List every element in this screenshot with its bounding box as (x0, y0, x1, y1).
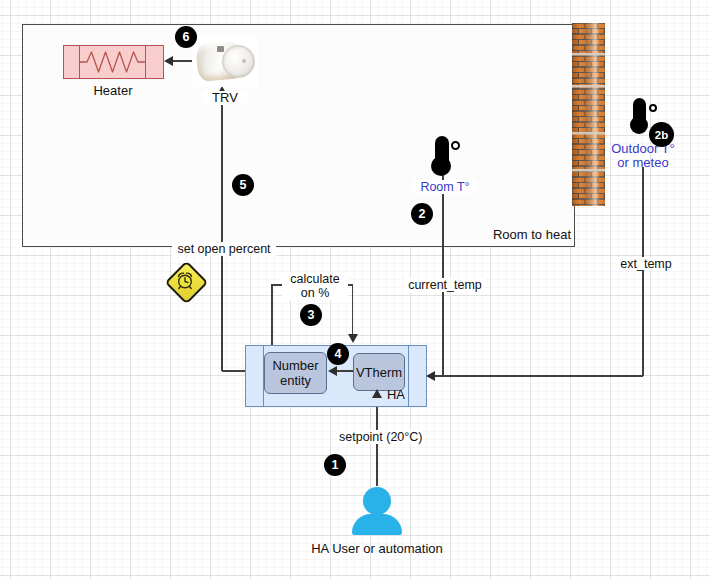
edge-set-open-percent-vertical (221, 95, 223, 371)
edge-calculate-right (352, 285, 354, 334)
edge-trv-to-heater (173, 60, 192, 62)
edge-label-current-temp: current_temp (405, 278, 485, 292)
edge-ext-temp-horizontal (435, 375, 643, 377)
room-temp-label: Room T° (413, 180, 477, 194)
ha-label: HA (380, 388, 405, 402)
outdoor-label-line2: or meteo (617, 155, 668, 170)
thermometer-degree-ring (451, 141, 460, 150)
badge-5[interactable]: 5 (232, 174, 254, 196)
edge-label-calculate: calculate on % (282, 272, 348, 300)
heater-label: Heater (83, 84, 143, 98)
edge-label-set-open-percent: set open percent (172, 242, 276, 256)
thermometer-degree-ring (649, 104, 657, 112)
badge-2[interactable]: 2 (411, 203, 433, 225)
trv-dial-dot (242, 59, 246, 63)
edge-vtherm-to-number (337, 370, 353, 372)
edge-calculate-left (271, 285, 273, 345)
trv-dial-face (222, 45, 255, 78)
diagram-canvas: Room to heat (0, 0, 710, 579)
ha-divider-right (408, 346, 409, 406)
arrowhead-vtherm-to-number (328, 366, 337, 376)
person-body (352, 514, 402, 535)
heater-shape[interactable] (63, 45, 164, 79)
edge-label-calculate-line1: calculate (290, 272, 339, 286)
brick-wall[interactable] (572, 23, 605, 206)
trv-display (217, 46, 224, 52)
number-entity-label-line1: Number (272, 358, 318, 373)
vtherm-node[interactable]: VTherm (353, 353, 405, 391)
edge-label-ext-temp: ext_temp (614, 257, 678, 271)
arrowhead-ext-temp (426, 371, 435, 381)
thermometer-bulb (431, 156, 451, 176)
person-icon[interactable] (363, 487, 391, 515)
user-label: HA User or automation (307, 542, 447, 556)
room-thermometer-icon[interactable] (428, 134, 462, 178)
room-label: Room to heat (481, 228, 571, 242)
badge-1[interactable]: 1 (324, 454, 346, 476)
edge-ext-temp-vertical (642, 167, 644, 376)
thermometer-bulb (630, 116, 648, 134)
edge-label-calculate-line2: on % (301, 286, 330, 300)
badge-6[interactable]: 6 (175, 26, 197, 48)
number-entity-label-line2: entity (280, 373, 311, 388)
edge-current-temp (442, 174, 444, 375)
number-entity-node[interactable]: Number entity (264, 352, 327, 394)
arrowhead-calculate (348, 334, 358, 343)
trv-valve-photo[interactable] (192, 37, 258, 87)
outdoor-label: Outdoor T° or meteo (608, 142, 678, 170)
vtherm-label: VTherm (356, 365, 402, 380)
badge-2b[interactable]: 2b (649, 122, 674, 147)
badge-4[interactable]: 4 (327, 343, 349, 365)
alarm-clock-icon (174, 270, 196, 292)
trv-label: TRV (203, 91, 247, 105)
edge-label-setpoint: setpoint (20°C) (337, 430, 421, 444)
badge-3[interactable]: 3 (300, 304, 322, 326)
arrowhead-trv-to-heater (164, 56, 173, 66)
